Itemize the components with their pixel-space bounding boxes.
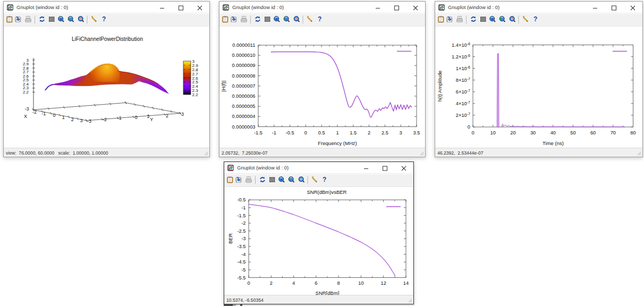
svg-text:6: 6 <box>315 280 317 286</box>
svg-text:2: 2 <box>368 130 370 135</box>
svg-text:1.5: 1.5 <box>350 130 357 135</box>
svg-text:40: 40 <box>550 130 556 135</box>
svg-text:?: ? <box>323 176 326 183</box>
svg-text:0.0000009: 0.0000009 <box>232 63 256 68</box>
svg-text:-3: -3 <box>24 106 29 112</box>
svg-text:-1.5: -1.5 <box>254 130 262 135</box>
svg-text:-1: -1 <box>117 115 122 121</box>
svg-text:1: 1 <box>336 130 338 135</box>
svg-text:|H(f)|: |H(f)| <box>221 81 226 92</box>
svg-text:-1: -1 <box>41 111 46 116</box>
svg-text:2.5: 2.5 <box>382 130 388 135</box>
svg-text:-3.5: -3.5 <box>237 244 245 249</box>
svg-text:?: ? <box>533 15 537 23</box>
svg-text:1×10-6: 1×10-6 <box>456 65 470 71</box>
svg-text:-1.5: -1.5 <box>237 213 245 218</box>
svg-text:LiFiChannelPowerDistribution: LiFiChannelPowerDistribution <box>72 36 143 42</box>
svg-text:12: 12 <box>381 280 386 286</box>
svg-text:4: 4 <box>292 280 295 286</box>
svg-text:1: 1 <box>147 114 149 119</box>
svg-text:h(t) Amplitude: h(t) Amplitude <box>437 71 443 102</box>
svg-text:2: 2 <box>166 113 168 118</box>
svg-text:-1: -1 <box>241 205 245 210</box>
svg-text:2.2: 2.2 <box>23 90 29 95</box>
svg-text:1: 1 <box>62 115 65 120</box>
svg-text:60: 60 <box>590 130 596 135</box>
svg-text:0.0000003: 0.0000003 <box>232 124 256 130</box>
svg-text:Time (ns): Time (ns) <box>543 140 564 146</box>
svg-text:2: 2 <box>270 280 273 286</box>
svg-text:?: ? <box>318 15 321 23</box>
svg-text:-2: -2 <box>103 117 107 122</box>
svg-text:2: 2 <box>71 117 74 122</box>
svg-text:0: 0 <box>135 115 138 120</box>
svg-text:0: 0 <box>247 280 250 286</box>
svg-text:X: X <box>24 114 27 119</box>
svg-text:SNR(dBm)vsBER: SNR(dBm)vsBER <box>307 189 347 195</box>
svg-text:70: 70 <box>611 130 616 135</box>
svg-text:-3: -3 <box>87 118 91 124</box>
svg-text:0: 0 <box>53 113 55 118</box>
svg-text:2×10-7: 2×10-7 <box>456 112 470 118</box>
svg-text:0.0000005: 0.0000005 <box>232 104 256 109</box>
svg-text:0: 0 <box>468 124 470 130</box>
svg-text:-5: -5 <box>241 267 245 273</box>
svg-text:0.0000006: 0.0000006 <box>232 94 256 99</box>
svg-text:-2.5: -2.5 <box>237 228 245 234</box>
svg-text:10: 10 <box>490 130 496 135</box>
svg-text:3: 3 <box>181 112 184 117</box>
svg-text:?: ? <box>102 15 106 23</box>
svg-text:BER: BER <box>227 233 233 244</box>
svg-text:-3: -3 <box>241 236 245 241</box>
svg-text:3: 3 <box>80 118 82 123</box>
svg-text:-4.5: -4.5 <box>237 259 245 265</box>
svg-text:1.4×10-6: 1.4×10-6 <box>452 42 470 48</box>
svg-text:-0.5: -0.5 <box>286 130 294 135</box>
svg-text:-0.5: -0.5 <box>237 197 245 202</box>
svg-text:-4: -4 <box>241 252 245 257</box>
svg-text:10: 10 <box>358 280 363 286</box>
svg-text:Frequency (MHz): Frequency (MHz) <box>318 140 357 146</box>
svg-text:0.0000011: 0.0000011 <box>232 42 255 48</box>
svg-text:0: 0 <box>471 130 474 135</box>
svg-text:-1: -1 <box>272 130 276 135</box>
svg-text:80: 80 <box>630 130 635 135</box>
svg-text:-2: -2 <box>32 109 37 115</box>
svg-text:3: 3 <box>400 130 402 135</box>
svg-text:6×10-7: 6×10-7 <box>456 89 470 95</box>
svg-text:50: 50 <box>570 130 575 135</box>
svg-text:0.0000007: 0.0000007 <box>232 83 256 89</box>
svg-text:3.5: 3.5 <box>413 130 420 135</box>
svg-text:0.0000010: 0.0000010 <box>232 53 256 58</box>
svg-text:4×10-7: 4×10-7 <box>456 100 470 106</box>
svg-text:2.2: 2.2 <box>192 92 199 97</box>
svg-text:8: 8 <box>337 280 340 286</box>
svg-text:0.0000004: 0.0000004 <box>232 114 256 119</box>
svg-text:-5.5: -5.5 <box>237 275 245 280</box>
svg-text:0.0000008: 0.0000008 <box>232 73 256 79</box>
svg-text:30: 30 <box>530 130 536 135</box>
svg-text:Y: Y <box>150 117 153 122</box>
svg-text:0: 0 <box>304 130 307 135</box>
svg-text:0.5: 0.5 <box>318 130 325 135</box>
svg-text:1.2×10-6: 1.2×10-6 <box>452 54 470 60</box>
svg-text:-2: -2 <box>241 220 245 226</box>
svg-text:8×10-7: 8×10-7 <box>456 77 470 83</box>
svg-text:14: 14 <box>403 280 409 286</box>
svg-text:20: 20 <box>510 130 515 135</box>
